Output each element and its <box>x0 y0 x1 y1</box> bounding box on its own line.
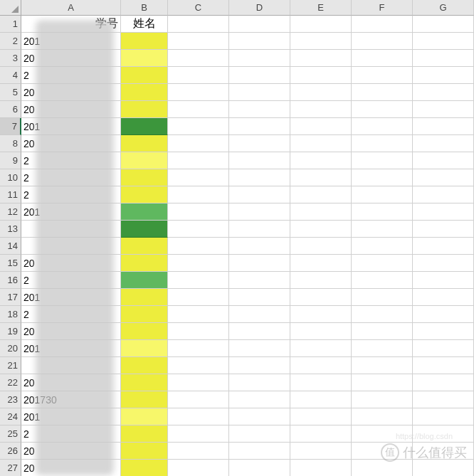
cell-c[interactable] <box>168 101 229 118</box>
cell-e[interactable] <box>290 460 352 476</box>
cell-g[interactable] <box>413 203 474 221</box>
cell-d[interactable] <box>229 33 290 50</box>
cell-b[interactable] <box>121 255 168 272</box>
cell-f[interactable] <box>352 84 413 101</box>
cell-c[interactable] <box>168 186 229 203</box>
cell-g[interactable] <box>413 101 474 118</box>
row-header[interactable]: 16 <box>0 272 21 289</box>
cell-b[interactable] <box>121 323 168 340</box>
col-header-b[interactable]: B <box>121 0 168 16</box>
row-header[interactable]: 1 <box>0 16 21 33</box>
cell-d[interactable] <box>229 272 290 289</box>
cell-g[interactable] <box>413 391 474 408</box>
cell-c[interactable] <box>168 460 229 476</box>
cell-d[interactable] <box>229 118 290 135</box>
cell-e[interactable] <box>290 408 352 425</box>
cell-f[interactable] <box>352 152 413 169</box>
row-header[interactable]: 23 <box>0 391 21 408</box>
cell-d[interactable] <box>229 374 290 391</box>
cell-d[interactable] <box>229 460 290 476</box>
select-all-corner[interactable] <box>0 0 21 16</box>
cell-d[interactable] <box>229 238 290 255</box>
cell-e[interactable] <box>290 238 352 255</box>
cell-e[interactable] <box>290 67 352 84</box>
cell-g[interactable] <box>413 50 474 67</box>
cell-e[interactable] <box>290 50 352 67</box>
col-header-g[interactable]: G <box>413 0 474 16</box>
row-header[interactable]: 15 <box>0 255 21 272</box>
cell-e[interactable] <box>290 84 352 101</box>
cell-c[interactable] <box>168 306 229 323</box>
cell-b[interactable] <box>121 169 168 186</box>
cell-b[interactable] <box>121 118 168 135</box>
cell-c[interactable] <box>168 391 229 408</box>
cell-b[interactable] <box>121 67 168 84</box>
cell-d[interactable] <box>229 408 290 425</box>
row-header[interactable]: 24 <box>0 408 21 425</box>
cell-g[interactable] <box>413 306 474 323</box>
cell-g[interactable] <box>413 238 474 255</box>
row-header[interactable]: 7 <box>0 118 21 135</box>
cell-e[interactable] <box>290 118 352 135</box>
cell-d[interactable] <box>229 255 290 272</box>
cell-f[interactable] <box>352 272 413 289</box>
cell-e[interactable] <box>290 16 352 33</box>
cell-f[interactable] <box>352 289 413 306</box>
cell-c[interactable] <box>168 340 229 357</box>
cell-e[interactable] <box>290 101 352 118</box>
cell-e[interactable] <box>290 391 352 408</box>
row-header[interactable]: 22 <box>0 374 21 391</box>
cell-b[interactable] <box>121 33 168 50</box>
row-header[interactable]: 20 <box>0 340 21 357</box>
cell-e[interactable] <box>290 340 352 357</box>
cell-e[interactable] <box>290 135 352 152</box>
col-header-d[interactable]: D <box>229 0 290 16</box>
cell-b[interactable] <box>121 289 168 306</box>
cell-c[interactable] <box>168 169 229 186</box>
row-header[interactable]: 14 <box>0 238 21 255</box>
cell-e[interactable] <box>290 357 352 374</box>
cell-f[interactable] <box>352 50 413 67</box>
row-header[interactable]: 18 <box>0 306 21 323</box>
cell-b[interactable] <box>121 152 168 169</box>
cell-b[interactable] <box>121 135 168 152</box>
cell-c[interactable] <box>168 84 229 101</box>
col-header-e[interactable]: E <box>290 0 352 16</box>
header-cell-b[interactable]: 姓名 <box>121 16 168 33</box>
cell-f[interactable] <box>352 374 413 391</box>
col-header-f[interactable]: F <box>352 0 413 16</box>
cell-g[interactable] <box>413 272 474 289</box>
cell-c[interactable] <box>168 118 229 135</box>
cell-b[interactable] <box>121 357 168 374</box>
row-header[interactable]: 10 <box>0 169 21 186</box>
row-header[interactable]: 11 <box>0 186 21 203</box>
cell-b[interactable] <box>121 238 168 255</box>
row-header[interactable]: 8 <box>0 135 21 152</box>
cell-c[interactable] <box>168 408 229 425</box>
cell-e[interactable] <box>290 425 352 443</box>
cell-g[interactable] <box>413 221 474 238</box>
cell-b[interactable] <box>121 306 168 323</box>
cell-c[interactable] <box>168 425 229 443</box>
cell-e[interactable] <box>290 306 352 323</box>
cell-f[interactable] <box>352 101 413 118</box>
cell-b[interactable] <box>121 340 168 357</box>
cell-b[interactable] <box>121 272 168 289</box>
cell-d[interactable] <box>229 323 290 340</box>
cell-c[interactable] <box>168 135 229 152</box>
cell-e[interactable] <box>290 33 352 50</box>
cell-d[interactable] <box>229 186 290 203</box>
cell-f[interactable] <box>352 118 413 135</box>
cell-g[interactable] <box>413 152 474 169</box>
cell-d[interactable] <box>229 203 290 221</box>
row-header[interactable]: 17 <box>0 289 21 306</box>
cell-e[interactable] <box>290 221 352 238</box>
row-header[interactable]: 21 <box>0 357 21 374</box>
cell-e[interactable] <box>290 169 352 186</box>
cell-c[interactable] <box>168 272 229 289</box>
cell-f[interactable] <box>352 135 413 152</box>
cell-g[interactable] <box>413 67 474 84</box>
row-header[interactable]: 25 <box>0 425 21 443</box>
cell-g[interactable] <box>413 16 474 33</box>
cell-d[interactable] <box>229 16 290 33</box>
